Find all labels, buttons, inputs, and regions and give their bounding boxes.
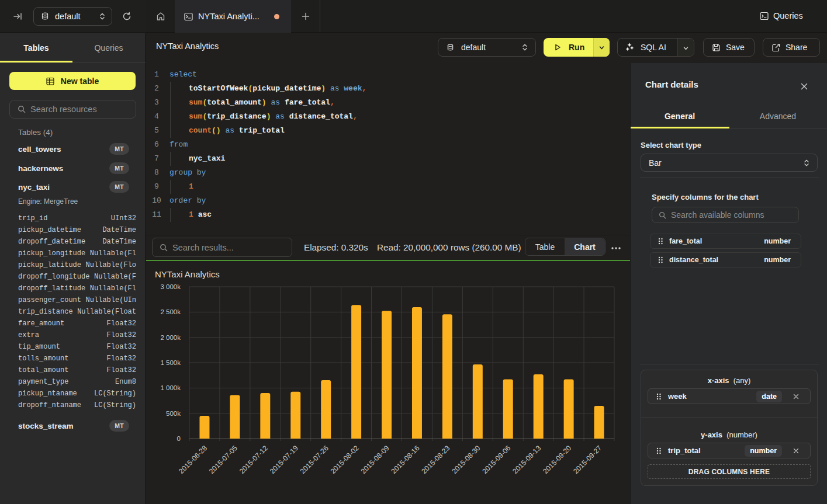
svg-text:2015-07-19: 2015-07-19 <box>268 444 300 475</box>
svg-text:2015-07-12: 2015-07-12 <box>238 444 269 475</box>
svg-text:2015-07-05: 2015-07-05 <box>207 444 239 475</box>
svg-text:2015-09-20: 2015-09-20 <box>541 444 573 475</box>
svg-text:3 000k: 3 000k <box>160 283 181 290</box>
svg-text:2 500k: 2 500k <box>160 308 181 315</box>
svg-text:2015-09-06: 2015-09-06 <box>480 444 512 475</box>
svg-text:500k: 500k <box>166 410 181 417</box>
svg-text:1 500k: 1 500k <box>160 359 181 366</box>
svg-text:2015-09-27: 2015-09-27 <box>572 444 603 475</box>
svg-text:0: 0 <box>177 435 181 442</box>
svg-text:1 000k: 1 000k <box>160 384 181 391</box>
svg-text:NYTaxi Analytics: NYTaxi Analytics <box>155 269 220 279</box>
svg-text:2015-06-28: 2015-06-28 <box>177 444 209 475</box>
svg-text:2015-07-26: 2015-07-26 <box>299 444 330 475</box>
svg-text:2015-08-30: 2015-08-30 <box>450 444 482 475</box>
svg-text:2015-08-16: 2015-08-16 <box>390 444 421 475</box>
svg-text:2015-08-23: 2015-08-23 <box>420 444 452 475</box>
svg-text:2015-08-09: 2015-08-09 <box>359 444 391 475</box>
svg-text:2 000k: 2 000k <box>160 334 181 341</box>
svg-text:2015-08-02: 2015-08-02 <box>329 444 361 475</box>
svg-text:2015-09-13: 2015-09-13 <box>511 444 542 475</box>
